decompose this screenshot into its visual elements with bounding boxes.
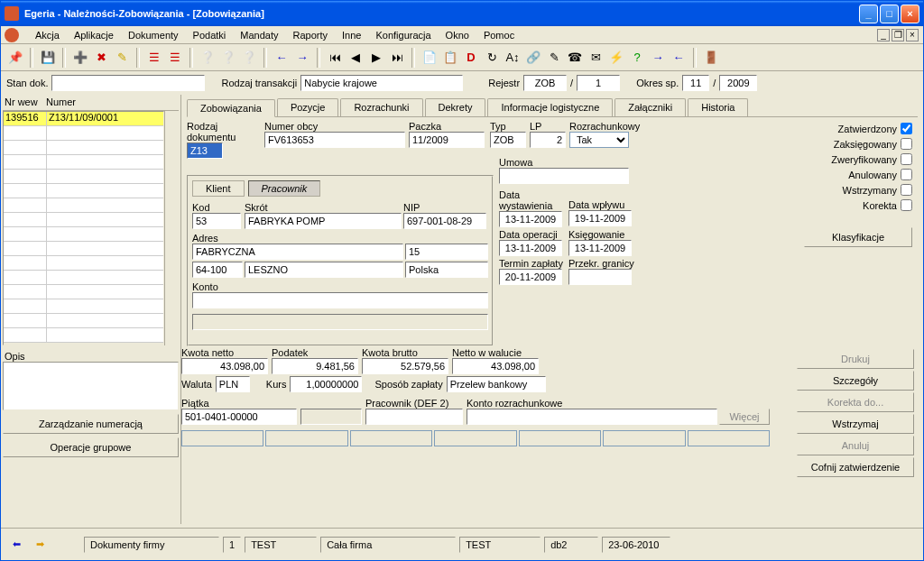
kod-input[interactable] [192, 213, 241, 229]
nwal-input[interactable] [452, 358, 539, 374]
mail-icon[interactable]: ✉ [587, 49, 605, 67]
menu-akcja[interactable]: Akcja [28, 28, 67, 42]
doc2-icon[interactable]: 📋 [441, 49, 459, 67]
sort-icon[interactable]: A↕ [504, 49, 522, 67]
rozrach-select[interactable]: Tak [569, 132, 629, 148]
help2-icon[interactable]: ❔ [240, 49, 258, 67]
rodzaj-trans-input[interactable] [300, 75, 463, 91]
netto-input[interactable] [181, 358, 268, 374]
help-icon[interactable]: ❔ [199, 49, 217, 67]
d-icon[interactable]: D [462, 49, 480, 67]
tab-zalaczniki[interactable]: Załączniki [614, 98, 686, 116]
close-button[interactable]: × [901, 5, 919, 23]
mdi-minimize[interactable]: _ [877, 29, 890, 41]
stan-input[interactable] [51, 75, 205, 91]
exit-icon[interactable]: 🚪 [702, 49, 720, 67]
lp-input[interactable] [530, 132, 566, 148]
wstrzymaj-button[interactable]: Wstrzymaj [797, 414, 914, 434]
tab-info-log[interactable]: Informacje logistyczne [487, 98, 613, 116]
menu-dokumenty[interactable]: Dokumenty [121, 28, 186, 42]
prev-icon[interactable]: ◀ [346, 49, 365, 67]
adres-zip-input[interactable] [192, 262, 243, 278]
list-b-icon[interactable]: ☰ [166, 49, 184, 67]
refresh-icon[interactable]: ↻ [483, 49, 501, 67]
tab-rozrachunki[interactable]: Rozrachunki [340, 98, 422, 116]
chk-zatw[interactable] [901, 123, 912, 134]
tab-dekrety[interactable]: Dekrety [425, 98, 486, 116]
first-icon[interactable]: ⏮ [326, 49, 344, 67]
kontor-input[interactable] [467, 409, 717, 425]
list-scrollbar[interactable] [164, 111, 179, 345]
pin-icon[interactable]: 📌 [6, 49, 24, 67]
adres-street-input[interactable] [192, 244, 403, 260]
list-a-icon[interactable]: ☰ [145, 49, 163, 67]
prac-input[interactable] [365, 409, 463, 425]
ktab-pracownik[interactable]: Pracownik [248, 180, 321, 197]
edit-icon[interactable]: ✎ [113, 49, 131, 67]
adres-country-input[interactable] [405, 262, 488, 278]
data-oper-input[interactable] [499, 240, 562, 256]
mdi-restore[interactable]: ❐ [892, 29, 904, 41]
fwd-icon[interactable]: → [649, 49, 667, 67]
wand-icon[interactable]: ✎ [545, 49, 563, 67]
phone-icon[interactable]: ☎ [566, 49, 584, 67]
delete-icon[interactable]: ✖ [92, 49, 110, 67]
skrot-input[interactable] [245, 213, 402, 229]
typ-input[interactable] [490, 132, 526, 148]
menu-okno[interactable]: Okno [439, 28, 476, 42]
menu-inne[interactable]: Inne [335, 28, 368, 42]
podatek-input[interactable] [272, 358, 358, 374]
konto-input[interactable] [192, 292, 488, 308]
rodzaj-dok-input[interactable] [187, 143, 223, 159]
tab-pozycje[interactable]: Pozycje [277, 98, 339, 116]
opis-textarea[interactable] [3, 362, 179, 410]
okres-y-input[interactable] [719, 75, 757, 91]
menu-aplikacje[interactable]: Aplikacje [67, 28, 121, 42]
doc1-icon[interactable]: 📄 [420, 49, 439, 67]
korekta-button[interactable]: Korekta do... [797, 392, 914, 412]
data-wyst-input[interactable] [499, 211, 562, 227]
rejestr-num-input[interactable] [577, 75, 620, 91]
umowa-input[interactable] [499, 168, 629, 184]
chk-zwer[interactable] [901, 153, 912, 165]
menu-raporty[interactable]: Raporty [285, 28, 335, 42]
data-wplyw-input[interactable] [568, 210, 632, 226]
tab-historia[interactable]: Historia [688, 98, 748, 116]
last-icon[interactable]: ⏭ [388, 49, 406, 67]
find-icon[interactable]: ❔ [219, 49, 237, 67]
tab-zobowiazania[interactable]: Zobowiązania [187, 99, 275, 117]
manage-numbering-button[interactable]: Zarządzanie numeracją [3, 414, 179, 434]
okres-m-input[interactable] [682, 75, 709, 91]
wiecej-button[interactable]: Więcej [719, 409, 770, 425]
numer-obcy-input[interactable] [264, 132, 405, 148]
spos-input[interactable] [447, 376, 546, 392]
minimize-button[interactable]: _ [859, 5, 878, 23]
nip-input[interactable] [403, 213, 486, 229]
chk-zaks[interactable] [901, 138, 912, 150]
menu-pomoc[interactable]: Pomoc [476, 28, 522, 42]
chk-kor[interactable] [901, 199, 912, 211]
back2-icon[interactable]: ← [670, 49, 688, 67]
flash-icon[interactable]: ⚡ [607, 49, 625, 67]
link-icon[interactable]: 🔗 [524, 49, 542, 67]
adres-city-input[interactable] [245, 262, 403, 278]
adres-num-input[interactable] [405, 244, 488, 260]
piatka-input[interactable] [181, 409, 297, 425]
menu-podatki[interactable]: Podatki [186, 28, 234, 42]
drukuj-button[interactable]: Drukuj [797, 349, 914, 369]
group-operations-button[interactable]: Operacje grupowe [3, 437, 179, 457]
sb-next[interactable]: ➡ [30, 535, 50, 555]
next-icon[interactable]: ▶ [367, 49, 385, 67]
mdi-close[interactable]: × [906, 29, 919, 41]
paczka-input[interactable] [409, 132, 485, 148]
termin-input[interactable] [499, 269, 562, 285]
add-icon[interactable]: ➕ [71, 49, 89, 67]
list-row[interactable]: 139516 Z13/11/09/0001 [4, 112, 163, 126]
ksieg-input[interactable] [568, 240, 632, 256]
chk-wstr[interactable] [901, 184, 912, 196]
brutto-input[interactable] [362, 358, 448, 374]
arrow-left-icon[interactable]: ← [273, 49, 291, 67]
q-icon[interactable]: ? [628, 49, 646, 67]
kurs-input[interactable] [290, 376, 362, 392]
przekr-input[interactable] [568, 269, 632, 285]
